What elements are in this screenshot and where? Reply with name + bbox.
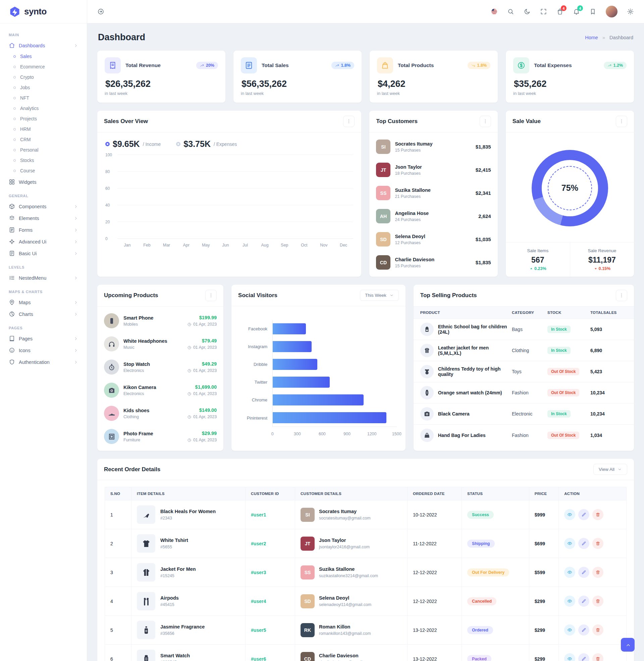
customer-row-socrates-itumay[interactable]: SISocrates Itumay15 Purchases$1,835 xyxy=(369,135,498,158)
product-category: Electronics xyxy=(123,392,156,396)
delete-order-button[interactable] xyxy=(592,653,603,661)
social-filter-dropdown[interactable]: This Week xyxy=(360,290,399,301)
sidebar-item-basic-ui[interactable]: Basic Ui xyxy=(5,247,82,259)
delete-order-button[interactable] xyxy=(592,509,603,520)
top-selling-row-leather-jacket-for-men-s-m-l-xl[interactable]: Leather jacket for men (S,M,L,XL)Clothin… xyxy=(414,340,634,361)
view-order-button[interactable] xyxy=(564,509,575,520)
sidebar-item-dashboards[interactable]: Dashboards xyxy=(5,40,82,51)
customer-purchases: 12 Purchases xyxy=(395,240,425,245)
fullscreen-icon[interactable] xyxy=(540,8,547,15)
sidebar-subitem-jobs[interactable]: Jobs xyxy=(5,82,82,93)
sidebar-item-nestedmenu[interactable]: NestedMenu xyxy=(5,272,82,284)
upcoming-product-stop-watch[interactable]: Stop WatchElectronics$49.2901 Apr, 2023 xyxy=(97,355,223,379)
sales-overview-menu-button[interactable] xyxy=(343,116,354,127)
user-avatar[interactable] xyxy=(606,6,618,18)
sidebar-item-maps[interactable]: Maps xyxy=(5,297,82,308)
sidebar-item-forms[interactable]: Forms xyxy=(5,224,82,236)
breadcrumb-home-link[interactable]: Home xyxy=(585,35,598,40)
upcoming-product-smart-phone[interactable]: Smart PhoneMobiles$199.9901 Apr, 2023 xyxy=(97,309,223,332)
sidebar-subitem-crm[interactable]: CRM xyxy=(5,135,82,145)
view-order-button[interactable] xyxy=(564,624,575,636)
stock-badge: Out Of Stock xyxy=(547,432,579,439)
upcoming-product-kikon-camera[interactable]: Kikon CameraElectronics$1,699.0001 Apr, … xyxy=(97,379,223,402)
customer-row-angelina-hose[interactable]: AHAngelina Hose24 Purchases2,624 xyxy=(369,205,498,228)
top-selling-row-black-camera[interactable]: Black CameraElectronicIn Stock10,234 xyxy=(414,403,634,425)
sidebar-item-advanced-ui[interactable]: Advanced Ui xyxy=(5,236,82,247)
sidebar-item-elements[interactable]: Elements xyxy=(5,212,82,224)
view-order-button[interactable] xyxy=(564,653,575,661)
sidebar-subitem-course[interactable]: Course xyxy=(5,166,82,176)
social-bar[interactable] xyxy=(273,394,364,405)
delete-order-button[interactable] xyxy=(592,596,603,607)
sidebar-subitem-stocks[interactable]: Stocks xyxy=(5,155,82,166)
chevron-right-icon xyxy=(73,251,78,256)
sidebar-item-icons[interactable]: Icons xyxy=(5,345,82,356)
sidebar-subitem-ecommerce[interactable]: Ecommerce xyxy=(5,62,82,72)
edit-order-button[interactable] xyxy=(578,567,589,578)
clock-icon xyxy=(187,346,191,350)
social-bar[interactable] xyxy=(273,323,306,334)
bookmark-icon[interactable] xyxy=(589,8,596,15)
bell-badge: 4 xyxy=(577,5,583,11)
top-selling-row-orange-smart-watch-24mm[interactable]: Orange smart watch (24mm)FashionOut Of S… xyxy=(414,382,634,403)
moon-icon[interactable] xyxy=(524,8,531,15)
sidebar-item-components[interactable]: Components xyxy=(5,200,82,212)
top-customers-menu-button[interactable] xyxy=(480,116,491,127)
tshirt-icon xyxy=(137,534,155,553)
customer-email: jsontaylor2416@gmail.com xyxy=(319,545,370,549)
view-order-button[interactable] xyxy=(564,538,575,549)
social-bar[interactable] xyxy=(273,359,317,370)
search-icon[interactable] xyxy=(507,8,514,15)
edit-order-button[interactable] xyxy=(578,538,589,549)
sidebar-subitem-projects[interactable]: Projects xyxy=(5,114,82,124)
top-selling-row-childrens-teddy-toy-of-high-quality[interactable]: Childrens Teddy toy of high qualityToysO… xyxy=(414,361,634,382)
top-selling-row-ethnic-school-bag-for-children-24l[interactable]: Ethnic School bag for children (24L)Bags… xyxy=(414,319,634,340)
edit-order-button[interactable] xyxy=(578,624,589,636)
upcoming-product-kids-shoes[interactable]: Kids shoesClothing$149.0001 Apr, 2023 xyxy=(97,402,223,425)
gear-icon[interactable] xyxy=(627,8,634,15)
customer-name: Roman Killon xyxy=(319,624,371,630)
flag-us-icon[interactable] xyxy=(491,8,498,15)
upcoming-products-menu-button[interactable] xyxy=(205,290,217,301)
upcoming-product-white-headphones[interactable]: White HeadphonesMusic$79.4901 Apr, 2023 xyxy=(97,332,223,355)
app-logo[interactable]: synto xyxy=(0,0,87,23)
sidebar-subitem-sales[interactable]: Sales xyxy=(5,51,82,62)
sidebar-subitem-nft[interactable]: NFT xyxy=(5,93,82,103)
edit-order-button[interactable] xyxy=(578,596,589,607)
sidebar-toggle-icon[interactable] xyxy=(97,8,104,15)
social-bar[interactable] xyxy=(273,341,312,352)
social-bar[interactable] xyxy=(273,412,386,423)
delete-order-button[interactable] xyxy=(592,567,603,578)
edit-order-button[interactable] xyxy=(578,509,589,520)
edit-order-button[interactable] xyxy=(578,653,589,661)
sidebar-subitem-hrm[interactable]: HRM xyxy=(5,124,82,135)
social-bar[interactable] xyxy=(273,377,330,388)
sale-value-menu-button[interactable] xyxy=(616,116,627,127)
customer-row-suzika-stallone[interactable]: SSSuzika Stallone21 Purchases$2,341 xyxy=(369,182,498,205)
customer-purchases: 24 Purchases xyxy=(395,217,429,222)
sidebar-item-widgets[interactable]: Widgets xyxy=(5,176,82,188)
sidebar-item-authentication[interactable]: Authentication xyxy=(5,356,82,368)
sidebar-item-charts[interactable]: Charts xyxy=(5,308,82,320)
sidebar-item-pages[interactable]: Pages xyxy=(5,333,82,345)
view-all-dropdown[interactable]: View All xyxy=(593,464,627,475)
sidebar-subitem-analytics[interactable]: Analytics xyxy=(5,103,82,114)
scroll-to-top-button[interactable] xyxy=(621,638,635,652)
top-selling-row-hand-bag-for-ladies[interactable]: Hand Bag For LadiesFashionOut Of Stock1,… xyxy=(414,425,634,446)
customer-row-selena-deoyl[interactable]: SDSelena Deoyl12 Purchases$1,035 xyxy=(369,228,498,251)
order-row-5: 5Jasmine Fragrance#35656#user5RKRoman Ki… xyxy=(105,616,626,644)
upcoming-product-photo-frame[interactable]: Photo FrameFurniture$29.9901 Apr, 2023 xyxy=(97,425,223,448)
view-order-button[interactable] xyxy=(564,567,575,578)
delete-order-button[interactable] xyxy=(592,538,603,549)
legend-expenses: $3.75K / Expenses xyxy=(176,139,237,149)
delete-order-button[interactable] xyxy=(592,624,603,636)
customer-row-charlie-davieson[interactable]: CDCharlie Davieson15 Purchases$1,835 xyxy=(369,251,498,274)
bell-icon[interactable]: 4 xyxy=(573,8,580,15)
sidebar-subitem-crypto[interactable]: Crypto xyxy=(5,72,82,82)
view-order-button[interactable] xyxy=(564,596,575,607)
breadcrumb-separator: » xyxy=(602,35,605,40)
cart-icon[interactable]: 4 xyxy=(556,8,564,15)
sidebar-subitem-personal[interactable]: Personal xyxy=(5,145,82,155)
customer-row-json-taylor[interactable]: JTJson Taylor18 Purchases$2,415 xyxy=(369,158,498,182)
top-selling-menu-button[interactable] xyxy=(616,290,627,301)
